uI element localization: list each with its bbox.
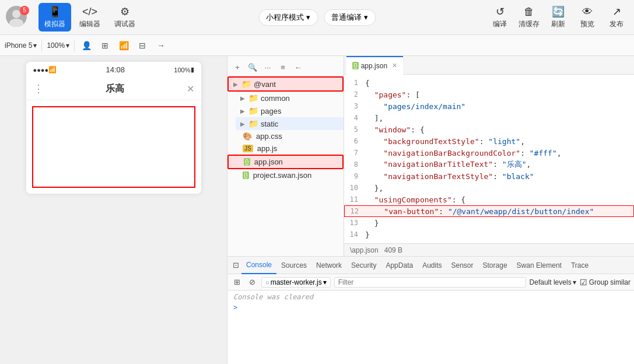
file-name-appjson: app.json — [254, 158, 283, 166]
editor-button[interactable]: </> 编辑器 — [73, 4, 106, 32]
file-panel: + 🔍 ··· ≡ ← ▶ 📁 @vant ▶ 📁 common — [227, 56, 344, 256]
css-icon: 🎨 — [243, 132, 252, 141]
preview-button[interactable]: 👁 预览 — [576, 6, 599, 29]
compile-button[interactable]: ↺ 编译 — [488, 5, 512, 29]
zoom-select[interactable]: 100% ▾ — [47, 41, 69, 50]
phone-nav-close-icon: ✕ — [187, 83, 194, 94]
phone-red-box — [32, 106, 195, 188]
clear-cache-button[interactable]: 🗑 清缓存 — [517, 6, 541, 29]
devtools-tab-storage[interactable]: Storage — [478, 257, 512, 274]
file-item-projectjson[interactable]: {} project.swan.json — [227, 169, 344, 181]
devtools-tab-sources[interactable]: Sources — [276, 257, 311, 274]
tab-appjson[interactable]: {} app.json ✕ — [346, 56, 403, 75]
phone-nav-title: 乐高 — [106, 83, 124, 95]
devtools-tab-network[interactable]: Network — [311, 257, 346, 274]
tab-close-icon[interactable]: ✕ — [392, 62, 397, 69]
status-file: \app.json — [350, 246, 379, 254]
wifi-icon[interactable]: 📶 — [117, 38, 131, 52]
forward-icon[interactable]: → — [154, 38, 168, 52]
device-select[interactable]: iPhone 5 ▾ — [5, 41, 37, 50]
file-name-static: static — [261, 120, 278, 128]
devtools-tabs: ⊡ Console Sources Network Security AppDa… — [227, 257, 634, 274]
file-item-appjson[interactable]: {} app.json — [227, 155, 344, 169]
file-item-appjs[interactable]: JS app.js — [227, 142, 344, 155]
search-file-icon[interactable]: 🔍 — [246, 61, 259, 74]
devtools-inspect-icon[interactable]: ⊡ — [230, 260, 241, 271]
debugger-icon: ⚙ — [120, 5, 129, 18]
add-file-icon[interactable]: + — [231, 61, 244, 74]
json2-icon: {} — [243, 172, 249, 179]
phone-nav-bar: ⋮ 乐高 ✕ — [26, 78, 201, 100]
console-prompt[interactable]: > — [233, 303, 628, 312]
phone-frame: ●●●● 📶 14:08 100% ▮ ⋮ 乐高 ✕ — [26, 62, 201, 194]
file-item-common[interactable]: ▶ 📁 common — [236, 92, 344, 104]
file-name-common: common — [261, 94, 290, 103]
file-item-pages[interactable]: ▶ 📁 pages — [236, 104, 344, 117]
devtools-block-icon[interactable]: ⊘ — [246, 276, 258, 288]
phone-signal: ●●●● — [33, 66, 49, 74]
compiler-select[interactable]: 普通编译 ▾ — [324, 9, 376, 26]
editor-statusbar: \app.json 409 B — [344, 243, 634, 256]
devtools-tab-sensor[interactable]: Sensor — [447, 257, 478, 274]
top-toolbar: 5 📱 模拟器 </> 编辑器 ⚙ 调试器 小程序模式 ▾ 普通编译 ▾ ↺ 编… — [0, 0, 634, 35]
editor-tabs: {} app.json ✕ — [344, 56, 634, 75]
file-name-projectjson: project.swan.json — [253, 171, 311, 180]
file-name-vant: @vant — [254, 80, 276, 89]
editor-icon: </> — [82, 6, 97, 18]
devtools-source-select[interactable]: ○ master-worker.js ▾ — [261, 277, 331, 288]
code-line-2: 2 "pages": [ — [344, 89, 634, 100]
mode-select[interactable]: 小程序模式 ▾ — [258, 9, 318, 26]
checkbox-icon: ☑ — [580, 278, 587, 287]
file-panel-toolbar: + 🔍 ··· ≡ ← — [227, 58, 344, 76]
group-similar-checkbox[interactable]: ☑ Group similar — [580, 278, 631, 287]
devtools-tab-security[interactable]: Security — [346, 257, 381, 274]
publish-button[interactable]: ↗ 发布 — [605, 5, 628, 29]
devtools-tab-trace[interactable]: Trace — [566, 257, 593, 274]
svg-point-1 — [12, 10, 20, 18]
collapse-icon[interactable]: ≡ — [276, 61, 289, 74]
back-icon[interactable]: ← — [292, 61, 304, 74]
code-line-6: 6 "backgroundTextStyle": "light", — [344, 135, 634, 147]
user-icon[interactable]: 👤 — [79, 38, 93, 52]
devtools-tab-audits[interactable]: Audits — [418, 257, 446, 274]
devtools-sidebar-icon[interactable]: ⊞ — [231, 276, 243, 288]
code-line-1: 1 { — [344, 77, 634, 89]
editor-panel: {} app.json ✕ 1 { 2 "pages": [ — [344, 56, 634, 256]
grid-icon[interactable]: ⊟ — [135, 38, 149, 52]
phone-status-bar: ●●●● 📶 14:08 100% ▮ — [26, 62, 201, 78]
file-item-static[interactable]: ▶ 📁 static — [236, 117, 344, 130]
devtools-tab-appdata[interactable]: AppData — [381, 257, 418, 274]
editor-devtools-area: + 🔍 ··· ≡ ← ▶ 📁 @vant ▶ 📁 common — [227, 56, 634, 364]
rotate-icon[interactable]: ⊞ — [98, 38, 112, 52]
preview-icon: 👁 — [582, 6, 593, 18]
second-toolbar: iPhone 5 ▾ 100% ▾ 👤 ⊞ 📶 ⊟ → — [0, 35, 634, 56]
devtools-toolbar: ⊞ ⊘ ○ master-worker.js ▾ Default levels … — [227, 274, 634, 290]
toolbar-main-group: 📱 模拟器 </> 编辑器 ⚙ 调试器 — [38, 3, 141, 32]
file-editor-row: + 🔍 ··· ≡ ← ▶ 📁 @vant ▶ 📁 common — [227, 56, 634, 256]
code-line-11: 11 "usingComponents": { — [344, 194, 634, 205]
filter-input[interactable] — [334, 277, 526, 288]
source-chevron-icon: ▾ — [323, 278, 327, 286]
devtools-tab-console[interactable]: Console — [241, 257, 276, 274]
zoom-chevron-icon: ▾ — [66, 41, 69, 50]
code-line-9: 9 "navigationBarTextStyle": "black" — [344, 170, 634, 182]
simulator-button[interactable]: 📱 模拟器 — [38, 3, 71, 32]
default-levels-select[interactable]: Default levels ▾ — [530, 278, 576, 286]
divider-2 — [74, 40, 75, 51]
publish-icon: ↗ — [612, 5, 621, 18]
editor-code[interactable]: 1 { 2 "pages": [ 3 "pages/index/main" 4 … — [344, 75, 634, 243]
more-icon[interactable]: ··· — [261, 61, 274, 74]
debugger-button[interactable]: ⚙ 调试器 — [108, 3, 141, 32]
source-icon: ○ — [265, 279, 269, 286]
devtools-tab-swanelement[interactable]: Swan Element — [512, 257, 566, 274]
file-item-appcss[interactable]: 🎨 app.css — [227, 130, 344, 142]
code-line-4: 4 ], — [344, 112, 634, 124]
folder-icon: 📁 — [248, 119, 258, 128]
code-line-8: 8 "navigationBarTitleText": "乐高", — [344, 159, 634, 170]
refresh-button[interactable]: 🔄 刷新 — [547, 5, 570, 29]
compiler-chevron-icon: ▾ — [364, 13, 368, 22]
folder-icon: 📁 — [248, 106, 258, 116]
file-item-vant[interactable]: ▶ 📁 @vant — [227, 76, 344, 92]
devtools-content: Console was cleared > — [227, 290, 634, 364]
notification-badge: 5 — [20, 6, 29, 15]
